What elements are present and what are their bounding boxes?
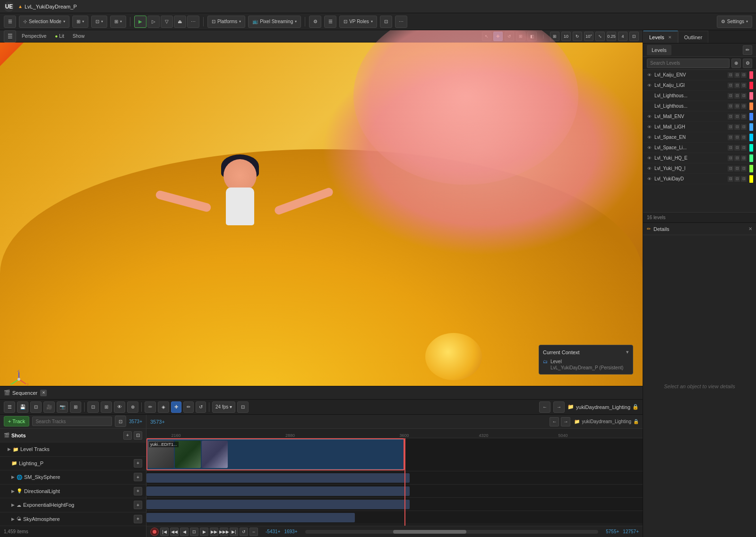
playhead[interactable] — [404, 438, 405, 526]
lit-btn[interactable]: ● Lit — [52, 32, 67, 41]
settings-btn[interactable]: ⚙ Settings ▾ — [717, 16, 752, 28]
nav-right-btn[interactable]: → — [561, 417, 570, 426]
seq-loop-btn[interactable]: ↺ — [240, 528, 248, 536]
level-row-2[interactable]: Lvl_Lighthous... ⊡ ⊡ ⊡ — [643, 91, 756, 101]
track-item-dirlight[interactable]: ▶ 💡 DirectionalLight + — [0, 485, 146, 499]
hamburger-btn[interactable]: ☰ — [4, 16, 16, 28]
scale-snapping-btn[interactable]: ⤡ — [595, 32, 605, 41]
seq-fps-btn[interactable]: 24 fps ▾ — [212, 401, 235, 413]
grid-size-btn[interactable]: 10 — [561, 32, 571, 41]
seq-edit-btn[interactable]: ✏ — [145, 401, 156, 413]
track-item-level-tracks[interactable]: ▶ 📁 Level Tracks — [0, 443, 146, 457]
level-eye-10[interactable]: 👁 — [646, 176, 653, 182]
level-eye-5[interactable]: 👁 — [646, 124, 653, 130]
levels-tab-close[interactable]: ✕ — [668, 35, 672, 40]
play-btn[interactable]: ▶ — [134, 16, 146, 28]
shots-add-btn[interactable]: + — [123, 431, 132, 440]
seq-save-btn[interactable]: 💾 — [17, 401, 28, 413]
levels-subtab-levels[interactable]: Levels — [647, 45, 671, 55]
seq-pencil-btn[interactable]: ✏ — [183, 401, 194, 413]
seq-minus-btn[interactable]: – — [249, 528, 258, 536]
level-eye-7[interactable]: 👁 — [646, 145, 653, 151]
level-eye-6[interactable]: 👁 — [646, 134, 653, 141]
vp-roles-btn[interactable]: ⊡ VP Roles ▾ — [339, 16, 377, 28]
level-eye-3[interactable] — [646, 103, 653, 110]
track-search-input[interactable] — [32, 417, 112, 426]
level-eye-4[interactable]: 👁 — [646, 113, 653, 120]
scale-size-btn[interactable]: 0.25 — [607, 32, 616, 41]
vp-hamburger[interactable]: ☰ — [4, 30, 16, 43]
seq-extra-btn[interactable]: ⊡ — [237, 401, 249, 413]
seq-add-btn[interactable]: ⊕ — [127, 401, 138, 413]
seq-nav-left[interactable]: ← — [539, 401, 550, 413]
level-row-7[interactable]: 👁 Lvl_Space_Li... ⊡ ⊡ ⊡ — [643, 143, 756, 153]
rot-snapping-btn[interactable]: ↻ — [573, 32, 582, 41]
stop-btn[interactable]: ▽ — [161, 16, 173, 28]
seq-view-btn[interactable]: 👁 — [114, 401, 125, 413]
seq-skip-end-btn[interactable]: ▶| — [230, 528, 238, 536]
selection-mode-btn[interactable]: ⊹ Selection Mode ▾ — [19, 16, 69, 28]
eject-btn[interactable]: ⏏ — [174, 16, 186, 28]
rot-size-btn[interactable]: 10° — [584, 32, 593, 41]
seq-transform-btn[interactable]: ⊞ — [101, 401, 112, 413]
seq-menu-btn[interactable]: ☰ — [4, 401, 15, 413]
seq-step-back-btn[interactable]: ◀ — [180, 528, 189, 536]
more-play-btn[interactable]: ⋯ — [187, 16, 199, 28]
platforms-btn[interactable]: ⊡ Platforms ▾ — [207, 16, 245, 28]
seq-nav-right[interactable]: → — [553, 401, 565, 413]
seq-camera-btn[interactable]: 📷 — [57, 401, 68, 413]
pixel-streaming-btn[interactable]: 📺 Pixel Streaming ▾ — [248, 16, 301, 28]
track-item-skysphere[interactable]: ▶ 🌐 SM_SkySphere + — [0, 470, 146, 485]
level-row-3[interactable]: Lvl_Lighthous... ⊡ ⊡ ⊡ — [643, 101, 756, 111]
seq-duplicate-btn[interactable]: ⊡ — [30, 401, 42, 413]
levels-settings-btn[interactable]: ⚙ — [743, 59, 752, 68]
track-item-sky[interactable]: ▶ 🌤 SkyAtmosphere + — [0, 512, 146, 527]
seq-snap-btn[interactable]: ✚ — [171, 401, 181, 413]
seq-tool1-btn[interactable]: ⊡ — [87, 401, 99, 413]
level-eye-8[interactable]: 👁 — [646, 155, 653, 162]
seq-play-btn[interactable]: ▶ — [200, 528, 208, 536]
level-eye-2[interactable] — [646, 93, 653, 99]
viewport[interactable]: ☰ Perspective ● Lit Show ↖ ✚ ↺ ⊞ ◧ | — [0, 30, 643, 386]
level-row-10[interactable]: 👁 Lvl_YukiDayD ⊡ ⊡ ⊡ — [643, 174, 756, 184]
seq-skip-fwd-btn[interactable]: ▶▶▶ — [220, 528, 228, 536]
source-control-btn[interactable]: ⚙ — [309, 16, 321, 28]
tab-levels[interactable]: Levels ✕ — [643, 31, 678, 43]
seq-loop-btn[interactable]: ↺ — [196, 401, 206, 413]
build-btn[interactable]: ⊞ ▾ — [110, 16, 126, 28]
sky-add-btn[interactable]: + — [134, 515, 142, 523]
more-options-btn[interactable]: ⋯ — [395, 16, 407, 28]
level-eye-9[interactable]: 👁 — [646, 165, 653, 172]
seq-toggle-btn[interactable]: ⊡ — [190, 528, 198, 536]
level-row-8[interactable]: 👁 Lvl_Yuki_HQ_E ⊡ ⊡ ⊡ — [643, 153, 756, 163]
content-drawer-btn[interactable]: ☰ — [324, 16, 336, 28]
level-row-9[interactable]: 👁 Lvl_Yuki_HQ_l ⊡ ⊡ ⊡ — [643, 163, 756, 174]
dirlight-add-btn[interactable]: + — [134, 487, 142, 495]
perspective-btn[interactable]: Perspective — [19, 32, 49, 41]
seq-render-btn[interactable]: 🎥 — [43, 401, 55, 413]
camera-speed-btn[interactable]: 4 — [618, 32, 627, 41]
seq-filter-btn[interactable]: ◈ — [158, 401, 169, 413]
track-item-fog[interactable]: ▶ ☁ ExponentialHeightFog + — [0, 498, 146, 512]
levels-add-btn[interactable]: ⊕ — [731, 59, 741, 68]
track-item-lighting[interactable]: 📁 Lighting_P + — [0, 457, 146, 471]
seq-record-btn[interactable] — [150, 528, 159, 536]
levels-edit-btn[interactable]: ✏ — [743, 45, 752, 55]
seq-prev-frame-btn[interactable]: ◀◀ — [170, 528, 179, 536]
transform-mode-btn[interactable]: ⊞ ▾ — [72, 16, 88, 28]
seq-step-fwd-btn[interactable]: ▶▶ — [210, 528, 218, 536]
level-eye-1[interactable]: 👁 — [646, 82, 653, 89]
level-row-4[interactable]: 👁 Lvl_Mall_ENV ⊡ ⊡ ⊡ — [643, 111, 756, 122]
level-row-6[interactable]: 👁 Lvl_Space_EN ⊡ ⊡ ⊡ — [643, 132, 756, 143]
seq-export-btn[interactable]: ⊞ — [70, 401, 81, 413]
play-selected-btn[interactable]: ▷ — [147, 16, 160, 28]
timeline-scrollbar[interactable] — [305, 530, 599, 534]
maximize-viewport-btn[interactable]: ⊡ — [629, 32, 639, 41]
shots-extra-btn[interactable]: ⊡ — [134, 431, 142, 440]
snap-btn[interactable]: ⊡ ▾ — [91, 16, 107, 28]
level-eye-0[interactable]: 👁 — [646, 72, 653, 78]
level-row-0[interactable]: 👁 Lvl_Kaiju_ENV ⊡ ⊡ ⊡ — [643, 70, 756, 80]
tab-outliner[interactable]: Outliner — [678, 31, 709, 43]
timeline-scrollbar-thumb[interactable] — [393, 530, 466, 534]
show-btn[interactable]: Show — [70, 32, 87, 41]
